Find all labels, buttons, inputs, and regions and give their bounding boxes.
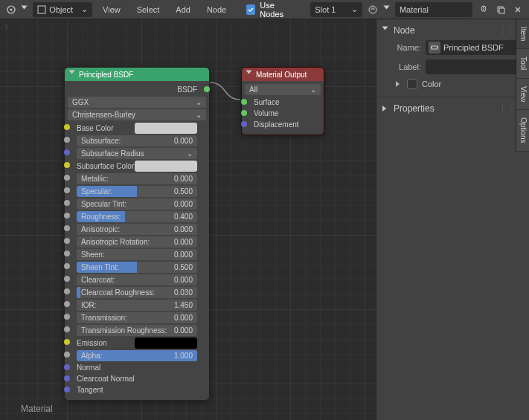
value-slider[interactable]: Clearcoat:0.000 [77, 274, 197, 285]
unlink-icon[interactable] [512, 2, 525, 17]
prop-ior-: IOR:1.450 [68, 299, 206, 311]
socket-input[interactable] [241, 110, 247, 116]
color-checkbox[interactable] [407, 79, 417, 89]
output-target-dropdown[interactable]: All ⌄ [245, 84, 321, 95]
collapse-icon[interactable] [246, 71, 253, 79]
value-slider[interactable]: IOR:1.450 [77, 300, 197, 311]
menu-node[interactable]: Node [201, 2, 232, 17]
socket-input[interactable] [64, 238, 70, 244]
panel-title: Properties [394, 103, 435, 114]
node-editor-area[interactable]: 〉 Material Principled BSDF BSDF GGX ⌄ [0, 19, 376, 420]
prop-clearcoat-roughness-: Clearcoat Roughness:0.030 [68, 286, 206, 299]
menu-select[interactable]: Select [131, 2, 166, 17]
material-browse-chevron-icon[interactable] [384, 5, 391, 14]
node-name-input[interactable]: Principled BSDF [426, 40, 523, 55]
socket-input[interactable] [64, 149, 70, 155]
value-slider[interactable]: Sheen:0.000 [77, 249, 197, 260]
socket-input[interactable] [64, 251, 70, 256]
socket-input[interactable] [241, 99, 247, 105]
disclosure-icon[interactable] [396, 80, 403, 88]
socket-input[interactable] [64, 225, 70, 231]
socket-input[interactable] [64, 326, 70, 332]
socket-output-bsdf[interactable] [204, 86, 210, 92]
color-swatch[interactable] [135, 337, 197, 349]
socket-input[interactable] [64, 162, 70, 168]
socket-input[interactable] [241, 121, 247, 127]
output-target-value: All [249, 85, 257, 94]
prop-label: Clearcoat Normal [77, 375, 135, 383]
value-slider[interactable]: Alpha:1.000 [77, 350, 197, 361]
interaction-mode-label: Object [49, 5, 73, 14]
prop-emission: Emission [68, 337, 206, 349]
socket-input[interactable] [64, 175, 70, 181]
socket-input[interactable] [64, 301, 70, 307]
value-slider[interactable]: Specular Tint:0.000 [77, 198, 197, 210]
value-slider[interactable]: Specular:0.500 [77, 186, 197, 197]
socket-input[interactable] [64, 288, 70, 294]
node-label-input[interactable] [426, 59, 523, 74]
socket-input[interactable] [64, 213, 70, 219]
material-browse-icon[interactable] [367, 2, 379, 17]
socket-input[interactable] [64, 137, 70, 143]
socket-input[interactable] [64, 314, 70, 320]
slot-dropdown[interactable]: Slot 1 ⌄ [310, 2, 362, 17]
value-slider[interactable]: Anisotropic Rotation:0.000 [77, 236, 197, 248]
prop-value: 1.000 [174, 352, 193, 360]
node-header[interactable]: Principled BSDF [65, 68, 209, 81]
pin-icon[interactable] [477, 2, 490, 17]
collapse-icon[interactable] [69, 71, 76, 79]
value-slider[interactable]: Subsurface:0.000 [77, 135, 197, 146]
menu-add[interactable]: Add [170, 2, 196, 17]
socket-input[interactable] [64, 200, 70, 206]
value-slider[interactable]: Transmission:0.000 [77, 312, 197, 323]
new-material-icon[interactable] [494, 2, 507, 17]
tab-item[interactable]: Item [516, 19, 529, 49]
chevron-down-icon: ⌄ [81, 4, 88, 14]
value-slider[interactable]: Roughness:0.400 [77, 211, 197, 222]
value-slider[interactable]: Transmission Roughness:0.000 [77, 325, 197, 336]
value-slider[interactable]: Sheen Tint:0.500 [77, 262, 197, 273]
prop-clearcoat-normal: Clearcoat Normal [68, 373, 206, 384]
prop-label: Anisotropic: [81, 225, 174, 233]
value-slider[interactable]: Metallic:0.000 [77, 173, 197, 184]
node-output-bsdf: BSDF [68, 84, 206, 95]
tab-tool[interactable]: Tool [516, 49, 529, 78]
socket-input[interactable] [64, 375, 70, 381]
editor-type-icon[interactable] [4, 2, 17, 17]
panel-header-node[interactable]: Node ⋮⋮⋮ [382, 22, 523, 39]
interaction-mode-dropdown[interactable]: Object ⌄ [33, 2, 92, 17]
tab-view[interactable]: View [516, 79, 529, 111]
socket-input[interactable] [64, 187, 70, 193]
socket-input[interactable] [64, 263, 70, 269]
node-principled-bsdf[interactable]: Principled BSDF BSDF GGX ⌄ Christensen-B… [64, 67, 210, 401]
node-material-output[interactable]: Material Output All ⌄ SurfaceVolumeDispl… [241, 67, 324, 135]
prop-label: Clearcoat: [81, 276, 174, 284]
socket-input[interactable] [64, 387, 70, 392]
color-swatch[interactable] [135, 161, 197, 172]
editor-type-chevron-icon[interactable] [22, 5, 28, 14]
socket-input[interactable] [64, 364, 70, 370]
prop-label: Alpha: [81, 352, 174, 360]
color-swatch[interactable] [135, 123, 197, 134]
svg-point-7 [431, 47, 432, 48]
material-name-input[interactable]: Material [395, 2, 472, 17]
sss-method-dropdown[interactable]: Christensen-Burley ⌄ [68, 109, 206, 120]
socket-input[interactable] [64, 276, 70, 282]
socket-input[interactable] [64, 352, 70, 358]
value-slider[interactable]: Anisotropic:0.000 [77, 224, 197, 235]
panel-header-properties[interactable]: Properties ⋮⋮⋮ [382, 100, 523, 117]
vector-dropdown[interactable]: Subsurface Radius⌄ [77, 148, 197, 159]
chevron-down-icon: ⌄ [196, 111, 202, 119]
value-slider[interactable]: Clearcoat Roughness:0.030 [77, 287, 197, 298]
breadcrumb[interactable]: 〉 [4, 22, 12, 33]
socket-input[interactable] [64, 339, 70, 345]
menu-view[interactable]: View [97, 2, 126, 17]
socket-input[interactable] [64, 124, 70, 130]
prop-value: 0.000 [174, 137, 193, 145]
tab-options[interactable]: Options [516, 110, 529, 151]
prop-sheen-: Sheen:0.000 [68, 248, 206, 261]
node-header[interactable]: Material Output [242, 68, 324, 81]
distribution-dropdown[interactable]: GGX ⌄ [68, 97, 206, 108]
node-title: Principled BSDF [79, 71, 133, 79]
use-nodes-checkbox[interactable] [246, 4, 255, 15]
